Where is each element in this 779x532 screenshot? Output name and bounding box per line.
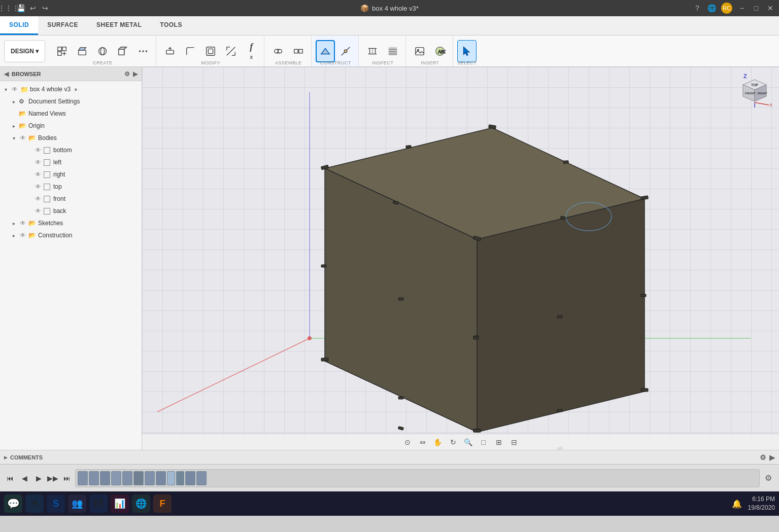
tab-tools[interactable]: TOOLS bbox=[151, 16, 191, 35]
taskbar-telegram[interactable]: ✈ bbox=[25, 494, 44, 513]
expand-bodies[interactable]: ▾ bbox=[10, 134, 17, 141]
insert-decal-btn[interactable]: ABC bbox=[430, 40, 450, 62]
taskbar-chrome[interactable]: 🌐 bbox=[132, 494, 150, 513]
orbit2-btn[interactable]: ↻ bbox=[447, 436, 460, 448]
timeline-item-10[interactable] bbox=[176, 471, 184, 485]
browser-collapse-icon[interactable]: ◀ bbox=[4, 70, 9, 78]
eye-root[interactable]: 👁 bbox=[11, 86, 19, 93]
select-btn[interactable] bbox=[457, 40, 477, 62]
display-btn[interactable]: ⊟ bbox=[507, 436, 521, 448]
expand-document-settings[interactable]: ▸ bbox=[10, 98, 17, 105]
viewport[interactable]: .box-face { stroke: #2a2a2a; stroke-widt… bbox=[142, 67, 779, 450]
close-icon[interactable]: ✕ bbox=[766, 4, 775, 13]
comments-settings-icon[interactable]: ⚙ bbox=[760, 453, 766, 462]
expand-named-views[interactable] bbox=[10, 110, 17, 117]
view-options-btn[interactable]: □ bbox=[477, 436, 490, 448]
design-button[interactable]: DESIGN ▾ bbox=[4, 40, 45, 62]
eye-top[interactable]: 👁 bbox=[34, 183, 42, 190]
orbit-btn[interactable]: ⊙ bbox=[401, 436, 414, 448]
construct-plane-btn[interactable] bbox=[316, 40, 335, 62]
tab-surface[interactable]: SURFACE bbox=[38, 16, 87, 35]
comments-collapse-icon[interactable]: ▸ bbox=[4, 454, 7, 461]
construct-axis-btn[interactable] bbox=[336, 40, 355, 62]
eye-left[interactable]: 👁 bbox=[34, 159, 42, 166]
timeline-next-btn[interactable]: ▶▶ bbox=[47, 472, 59, 484]
timeline-item-12[interactable] bbox=[196, 471, 207, 485]
assemble-joint-btn[interactable] bbox=[268, 40, 288, 62]
eye-bottom[interactable]: 👁 bbox=[34, 147, 42, 154]
tree-item-bodies[interactable]: ▾ 👁 📂 Bodies bbox=[0, 132, 142, 144]
modify-shell-btn[interactable] bbox=[201, 40, 220, 62]
pan-btn[interactable]: ✋ bbox=[431, 436, 445, 448]
taskbar-fusion[interactable]: F bbox=[153, 494, 172, 513]
maximize-icon[interactable]: □ bbox=[752, 4, 761, 13]
tree-item-bottom[interactable]: 👁 bottom bbox=[0, 144, 142, 156]
tree-item-root[interactable]: ▾ 👁 📁 box 4 whole v3 ● bbox=[0, 83, 142, 95]
view-cube[interactable]: Z TOP FRONT RIGHT X bbox=[736, 72, 774, 110]
modify-fillet-btn[interactable] bbox=[181, 40, 200, 62]
timeline-prev-btn[interactable]: ◀ bbox=[18, 472, 30, 484]
web-icon[interactable]: 🌐 bbox=[707, 4, 716, 13]
inspect-measure-btn[interactable] bbox=[363, 40, 382, 62]
eye-front[interactable]: 👁 bbox=[34, 195, 42, 202]
tree-item-front[interactable]: 👁 front bbox=[0, 193, 142, 205]
tree-item-left[interactable]: 👁 left bbox=[0, 156, 142, 168]
eye-right[interactable]: 👁 bbox=[34, 171, 42, 178]
create-box-btn[interactable] bbox=[113, 40, 132, 62]
timeline-settings-btn[interactable]: ⚙ bbox=[762, 472, 775, 485]
taskbar-video[interactable]: 🎞 bbox=[89, 494, 108, 513]
taskbar-skype[interactable]: S bbox=[47, 494, 65, 513]
timeline-item-2[interactable] bbox=[89, 471, 99, 485]
timeline-last-btn[interactable]: ⏭ bbox=[61, 472, 73, 484]
browser-expand-icon[interactable]: ▶ bbox=[133, 70, 138, 78]
3d-box[interactable]: .box-face { stroke: #2a2a2a; stroke-widt… bbox=[299, 108, 665, 450]
eye-bodies[interactable]: 👁 bbox=[19, 134, 27, 141]
modify-scale-btn[interactable] bbox=[221, 40, 241, 62]
timeline-item-4[interactable] bbox=[111, 471, 121, 485]
user-icon[interactable]: RC bbox=[721, 3, 732, 14]
taskbar-whatsapp[interactable]: 💬 bbox=[4, 494, 22, 513]
save-icon[interactable]: 💾 bbox=[16, 4, 25, 13]
timeline-item-9[interactable] bbox=[167, 471, 175, 485]
tree-item-construction[interactable]: ▸ 👁 📂 Construction bbox=[0, 229, 142, 241]
modify-fx-btn[interactable]: fx bbox=[242, 40, 261, 62]
inspect-zebra-btn[interactable] bbox=[383, 40, 402, 62]
app-menu-icon[interactable]: ⋮⋮⋮ bbox=[4, 4, 13, 13]
expand-root[interactable]: ▾ bbox=[2, 86, 9, 93]
timeline-item-11[interactable] bbox=[185, 471, 195, 485]
taskbar-powerpoint[interactable]: 📊 bbox=[111, 494, 129, 513]
expand-origin[interactable]: ▸ bbox=[10, 122, 17, 129]
timeline-item-1[interactable] bbox=[78, 471, 88, 485]
eye-back[interactable]: 👁 bbox=[34, 207, 42, 215]
tree-item-document-settings[interactable]: ▸ ⚙ Document Settings bbox=[0, 95, 142, 108]
timeline-item-8[interactable] bbox=[156, 471, 166, 485]
redo-icon[interactable]: ↪ bbox=[41, 4, 50, 13]
create-more-btn[interactable] bbox=[133, 40, 153, 62]
zoom-btn[interactable]: 🔍 bbox=[462, 436, 475, 448]
tree-item-sketches[interactable]: ▸ 👁 📂 Sketches bbox=[0, 217, 142, 229]
minimize-icon[interactable]: − bbox=[737, 4, 747, 13]
timeline-first-btn[interactable]: ⏮ bbox=[4, 472, 16, 484]
tree-item-back[interactable]: 👁 back bbox=[0, 205, 142, 217]
eye-sketches[interactable]: 👁 bbox=[19, 220, 27, 227]
browser-settings-icon[interactable]: ⚙ bbox=[124, 70, 130, 78]
create-revolve-btn[interactable] bbox=[93, 40, 112, 62]
insert-image-btn[interactable] bbox=[410, 40, 429, 62]
timeline-play-btn[interactable]: ▶ bbox=[32, 472, 45, 484]
undo-icon[interactable]: ↩ bbox=[28, 4, 38, 13]
timeline-track[interactable] bbox=[75, 469, 760, 487]
timeline-item-3[interactable] bbox=[100, 471, 110, 485]
assemble-motion-btn[interactable] bbox=[289, 40, 308, 62]
tree-item-origin[interactable]: ▸ 📂 Origin bbox=[0, 120, 142, 132]
timeline-item-7[interactable] bbox=[145, 471, 155, 485]
taskbar-notification-icon[interactable]: 🔔 bbox=[732, 499, 742, 509]
expand-construction[interactable]: ▸ bbox=[10, 232, 17, 239]
create-new-component-btn[interactable] bbox=[52, 40, 72, 62]
grid-btn[interactable]: ⊞ bbox=[492, 436, 505, 448]
timeline-item-6[interactable] bbox=[133, 471, 144, 485]
tab-sheet-metal[interactable]: SHEET METAL bbox=[87, 16, 151, 35]
tree-item-top[interactable]: 👁 top bbox=[0, 181, 142, 193]
tree-item-named-views[interactable]: 📂 Named Views bbox=[0, 108, 142, 120]
comments-expand-icon[interactable]: ▶ bbox=[769, 453, 775, 462]
tree-item-right[interactable]: 👁 right bbox=[0, 168, 142, 181]
